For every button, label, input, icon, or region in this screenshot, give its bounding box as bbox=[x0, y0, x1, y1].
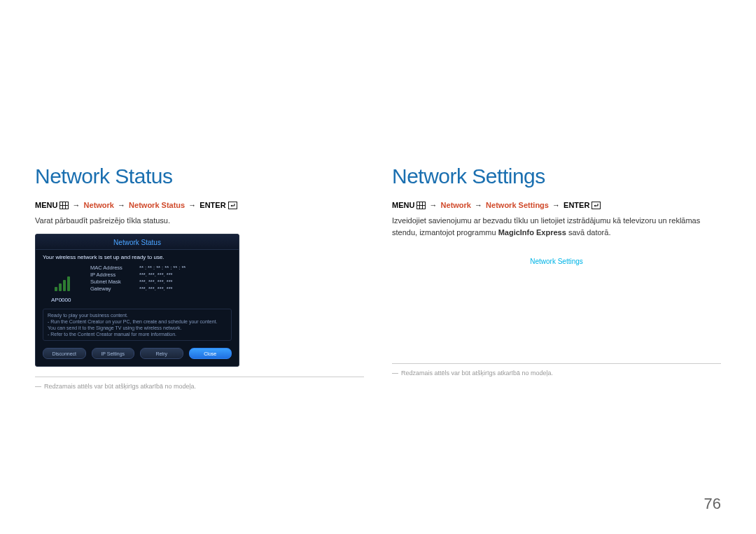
columns: Network Status MENU → Network → Network … bbox=[0, 0, 756, 390]
col-network-status: Network Status MENU → Network → Network … bbox=[35, 164, 364, 390]
kv-gateway: Gateway***. ***. ***. *** bbox=[90, 286, 232, 293]
dialog-message: Your wireless network is set up and read… bbox=[36, 250, 239, 262]
bc-menu-label: MENU bbox=[35, 201, 57, 209]
breadcrumb-network-status: MENU → Network → Network Status → ENTER bbox=[35, 201, 364, 211]
kv-ip: IP Address***. ***. ***. *** bbox=[90, 272, 232, 279]
bc-path-network: Network bbox=[441, 201, 471, 209]
footnote-right: ―Redzamais attēls var būt atšķirīgs atka… bbox=[392, 370, 721, 377]
manual-page: Network Status MENU → Network → Network … bbox=[0, 0, 756, 534]
kv-mac: MAC Address** : ** : ** : ** : ** : ** bbox=[90, 265, 232, 272]
dash-icon: ― bbox=[392, 370, 398, 377]
disconnect-button[interactable]: Disconnect bbox=[43, 348, 86, 359]
ap-name: AP0000 bbox=[36, 297, 239, 306]
bc-enter-label: ENTER bbox=[564, 201, 589, 209]
page-number: 76 bbox=[704, 495, 721, 513]
heading-network-settings: Network Settings bbox=[392, 164, 721, 188]
bc-path-network: Network bbox=[84, 201, 114, 209]
dash-icon: ― bbox=[35, 383, 41, 390]
desc-post: savā datorā. bbox=[566, 228, 611, 237]
bc-enter-label: ENTER bbox=[200, 201, 225, 209]
dialog-title: Network Status bbox=[36, 234, 239, 250]
bc-arrow: → bbox=[73, 201, 80, 209]
desc-network-status: Varat pārbaudīt pašreizējo tīkla statusu… bbox=[35, 215, 364, 227]
bc-menu-label: MENU bbox=[392, 201, 414, 209]
dialog-buttons: Disconnect IP Settings Retry Close bbox=[36, 344, 239, 366]
menu-grid-icon bbox=[59, 202, 69, 211]
bc-arrow: → bbox=[475, 201, 482, 209]
separator bbox=[392, 363, 721, 364]
enter-icon bbox=[592, 202, 601, 211]
retry-button[interactable]: Retry bbox=[140, 348, 183, 359]
breadcrumb-network-settings: MENU → Network → Network Settings → ENTE… bbox=[392, 201, 721, 211]
network-status-dialog: Network Status Your wireless network is … bbox=[35, 234, 239, 367]
dialog-mid: MAC Address** : ** : ** : ** : ** : ** I… bbox=[36, 262, 239, 297]
dialog-note: Ready to play your business content. - R… bbox=[43, 309, 232, 341]
footnote-left: ―Redzamais attēls var būt atšķirīgs atka… bbox=[35, 383, 364, 390]
network-settings-link[interactable]: Network Settings bbox=[392, 258, 721, 265]
menu-grid-icon bbox=[416, 202, 426, 211]
ip-settings-button[interactable]: IP Settings bbox=[92, 348, 135, 359]
separator bbox=[35, 377, 364, 377]
wifi-signal-icon bbox=[43, 265, 82, 291]
bc-arrow: → bbox=[118, 201, 125, 209]
bc-arrow: → bbox=[188, 201, 196, 209]
desc-network-settings: Izveidojiet savienojumu ar bezvadu tīklu… bbox=[392, 215, 721, 238]
network-info: MAC Address** : ** : ** : ** : ** : ** I… bbox=[90, 265, 232, 293]
col-network-settings: Network Settings MENU → Network → Networ… bbox=[392, 164, 721, 390]
desc-bold: MagicInfo Express bbox=[498, 228, 566, 237]
kv-subnet: Subnet Mask***. ***. ***. *** bbox=[90, 279, 232, 286]
note-line: Ready to play your business content. bbox=[48, 312, 227, 318]
bc-arrow: → bbox=[552, 201, 560, 209]
footnote-text: Redzamais attēls var būt atšķirīgs atkar… bbox=[44, 383, 196, 390]
bc-path-network-status: Network Status bbox=[129, 201, 185, 209]
heading-network-status: Network Status bbox=[35, 164, 364, 188]
bc-path-network-settings: Network Settings bbox=[486, 201, 549, 209]
note-line: - Run the Content Creator on your PC, th… bbox=[48, 318, 227, 331]
note-line: - Refer to the Content Creator manual fo… bbox=[48, 331, 227, 337]
footnote-text: Redzamais attēls var būt atšķirīgs atkar… bbox=[401, 370, 553, 377]
bc-arrow: → bbox=[430, 201, 438, 209]
close-button[interactable]: Close bbox=[189, 348, 232, 359]
enter-icon bbox=[228, 202, 237, 211]
